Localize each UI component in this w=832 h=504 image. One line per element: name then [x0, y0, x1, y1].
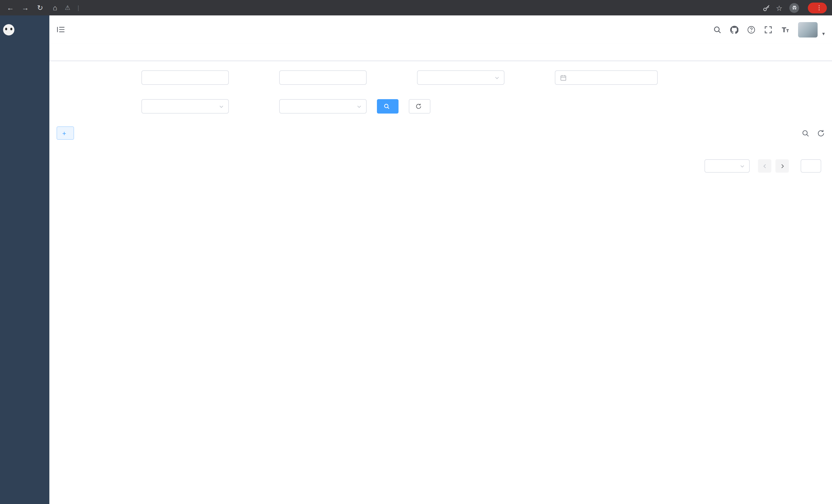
chevron-left-icon	[762, 163, 768, 169]
search-icon	[384, 103, 390, 109]
goto-page-input[interactable]	[801, 159, 821, 173]
reset-button[interactable]	[409, 99, 431, 114]
header-icons: ▾	[713, 22, 825, 37]
chevron-down-icon	[356, 104, 362, 109]
refresh-table-icon[interactable]	[817, 129, 825, 137]
chevron-down-icon	[739, 163, 745, 169]
avatar[interactable]	[798, 22, 817, 37]
url-divider: |	[78, 4, 79, 11]
app-header: ▾	[49, 16, 832, 44]
font-size-icon[interactable]	[781, 25, 789, 34]
home-button[interactable]: ⌂	[50, 3, 60, 13]
sidebar	[0, 16, 49, 504]
screen: ← → ↻ ⌂ ⚠ | ☆ ⋮	[0, 0, 832, 504]
warning-icon: ⚠	[65, 4, 71, 11]
category-select[interactable]	[417, 71, 504, 85]
result-select[interactable]	[279, 99, 367, 114]
table-tools	[802, 129, 825, 137]
refresh-icon	[415, 103, 422, 109]
incognito-icon	[789, 3, 799, 12]
pagination-jump	[797, 159, 825, 173]
bookmark-star-icon[interactable]: ☆	[776, 4, 784, 11]
next-page-button[interactable]	[775, 159, 789, 173]
prev-page-button[interactable]	[758, 159, 771, 173]
date-range-picker[interactable]	[555, 71, 658, 85]
update-button[interactable]: ⋮	[808, 2, 827, 13]
hamburger-icon[interactable]	[57, 26, 65, 33]
filter-row-2	[101, 99, 825, 114]
chevron-down-icon	[218, 104, 224, 109]
tags-view	[49, 44, 832, 61]
filter-category	[377, 71, 504, 85]
process-definition-input[interactable]	[279, 71, 367, 85]
forward-button[interactable]: →	[20, 3, 30, 13]
security-indicator[interactable]: ⚠	[65, 4, 73, 11]
start-process-button[interactable]: +	[57, 127, 74, 140]
filter-status	[101, 99, 229, 114]
browser-toolbar: ← → ↻ ⌂ ⚠ | ☆ ⋮	[0, 0, 832, 16]
app-logo-image	[3, 24, 15, 35]
browser-menu-icon[interactable]: ⋮	[816, 4, 822, 11]
status-select[interactable]	[141, 99, 229, 114]
key-icon[interactable]	[762, 4, 770, 11]
help-icon[interactable]	[747, 25, 755, 34]
filter-result	[239, 99, 367, 114]
calendar-icon	[560, 74, 567, 81]
search-icon[interactable]	[713, 25, 722, 34]
filter-submit-time	[515, 71, 658, 85]
pagination	[57, 159, 825, 173]
filter-form	[101, 71, 825, 114]
toolbar-right: ☆ ⋮	[762, 2, 827, 13]
filter-process-name	[101, 71, 229, 85]
chevron-down-icon	[494, 75, 500, 80]
incognito-badge[interactable]	[789, 3, 802, 12]
back-button[interactable]: ←	[5, 3, 16, 13]
search-button[interactable]	[377, 99, 398, 114]
app-logo[interactable]	[0, 16, 49, 44]
show-search-icon[interactable]	[802, 129, 809, 137]
filter-row-1	[101, 71, 825, 85]
table-toolbar: +	[57, 127, 825, 140]
filter-process-definition	[239, 71, 367, 85]
github-icon[interactable]	[730, 25, 738, 34]
avatar-caret-icon[interactable]: ▾	[822, 31, 825, 36]
process-name-input[interactable]	[141, 71, 229, 85]
fullscreen-icon[interactable]	[764, 25, 772, 34]
reload-button[interactable]: ↻	[35, 3, 45, 13]
chevron-right-icon	[779, 163, 785, 169]
plus-icon: +	[62, 130, 66, 136]
page-size-select[interactable]	[704, 159, 750, 173]
main-area: ▾	[49, 16, 832, 504]
page-content: +	[49, 61, 832, 504]
